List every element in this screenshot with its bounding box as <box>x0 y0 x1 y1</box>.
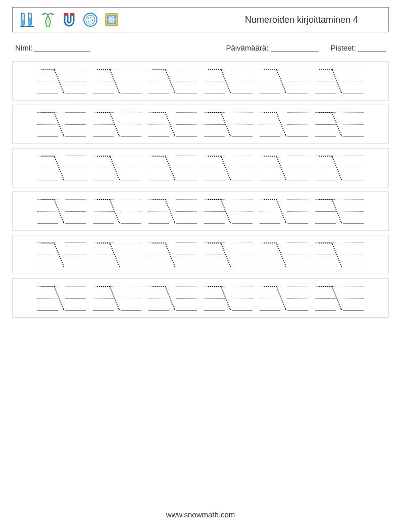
svg-rect-7 <box>64 13 68 16</box>
writing-cell[interactable] <box>314 67 337 95</box>
worksheet-title: Numeroiden kirjoittaminen 4 <box>245 15 383 25</box>
writing-cell[interactable] <box>120 240 142 269</box>
writing-cell[interactable] <box>342 284 365 312</box>
writing-cell[interactable] <box>64 240 87 269</box>
writing-cell[interactable] <box>92 67 115 95</box>
writing-cell[interactable] <box>64 284 87 312</box>
writing-cell[interactable] <box>147 240 170 269</box>
writing-cell[interactable] <box>231 67 254 95</box>
writing-cell[interactable] <box>342 197 365 225</box>
writing-cell[interactable] <box>203 67 226 95</box>
date-blank[interactable] <box>271 45 319 52</box>
writing-cell[interactable] <box>64 154 87 182</box>
writing-cell[interactable] <box>259 240 281 269</box>
practice-row <box>12 148 389 187</box>
writing-cell[interactable] <box>342 154 365 182</box>
trace-digit-7 <box>153 243 166 267</box>
writing-cell[interactable] <box>147 67 170 95</box>
writing-cell[interactable] <box>36 154 59 182</box>
writing-cell[interactable] <box>259 110 281 138</box>
trace-digit-7 <box>41 199 55 223</box>
writing-cell[interactable] <box>286 284 309 312</box>
writing-cell[interactable] <box>175 284 198 312</box>
writing-cell[interactable] <box>92 154 115 182</box>
writing-cell[interactable] <box>259 284 281 312</box>
writing-cell[interactable] <box>175 110 198 138</box>
writing-cell[interactable] <box>231 284 254 312</box>
writing-cell[interactable] <box>92 110 115 138</box>
writing-cell[interactable] <box>36 67 59 95</box>
writing-cell[interactable] <box>231 240 254 269</box>
trace-digit-7 <box>264 69 277 93</box>
writing-cell[interactable] <box>175 240 198 269</box>
writing-cell[interactable] <box>314 154 337 182</box>
trace-digit-7 <box>208 243 221 267</box>
writing-cell[interactable] <box>342 110 365 138</box>
writing-cell[interactable] <box>286 154 309 182</box>
trace-digit-7 <box>264 112 277 136</box>
writing-cell[interactable] <box>64 197 87 225</box>
trace-digit-7 <box>97 286 110 310</box>
practice-row <box>12 278 389 318</box>
score-blank[interactable] <box>358 45 386 52</box>
writing-cell[interactable] <box>147 197 170 225</box>
trace-digit-7 <box>153 112 166 136</box>
writing-cell[interactable] <box>120 110 142 138</box>
writing-cell[interactable] <box>259 67 281 95</box>
trace-digit-7 <box>97 199 110 223</box>
writing-cell[interactable] <box>203 240 226 269</box>
writing-cell[interactable] <box>342 240 365 269</box>
writing-cell[interactable] <box>92 240 115 269</box>
worksheet-header: Numeroiden kirjoittaminen 4 <box>12 7 389 32</box>
writing-cell[interactable] <box>286 197 309 225</box>
writing-cell[interactable] <box>314 240 337 269</box>
writing-cell[interactable] <box>259 197 281 225</box>
writing-cell[interactable] <box>286 110 309 138</box>
writing-cell[interactable] <box>120 284 142 312</box>
svg-point-5 <box>42 13 45 15</box>
trace-digit-7 <box>264 243 277 267</box>
writing-cell[interactable] <box>120 197 142 225</box>
writing-cell[interactable] <box>203 284 226 312</box>
writing-cell[interactable] <box>147 284 170 312</box>
writing-cell[interactable] <box>64 110 87 138</box>
trace-digit-7 <box>97 156 110 180</box>
writing-cell[interactable] <box>36 110 59 138</box>
name-label: Nimi: <box>15 43 32 52</box>
writing-cell[interactable] <box>120 154 142 182</box>
writing-cell[interactable] <box>203 110 226 138</box>
score-label: Pisteet: <box>331 43 356 52</box>
writing-cell[interactable] <box>92 284 115 312</box>
writing-cell[interactable] <box>147 110 170 138</box>
writing-cell[interactable] <box>203 197 226 225</box>
writing-cell[interactable] <box>147 154 170 182</box>
writing-cell[interactable] <box>36 197 59 225</box>
atom-book-icon <box>103 11 121 29</box>
trace-digit-7 <box>319 112 332 136</box>
writing-cell[interactable] <box>203 154 226 182</box>
writing-cell[interactable] <box>36 284 59 312</box>
writing-cell[interactable] <box>231 154 254 182</box>
writing-cell[interactable] <box>231 110 254 138</box>
writing-cell[interactable] <box>120 67 142 95</box>
writing-cell[interactable] <box>314 110 337 138</box>
writing-cell[interactable] <box>286 240 309 269</box>
writing-cell[interactable] <box>175 67 198 95</box>
writing-cell[interactable] <box>36 240 59 269</box>
svg-rect-8 <box>70 13 74 16</box>
writing-cell[interactable] <box>314 284 337 312</box>
writing-cell[interactable] <box>286 67 309 95</box>
writing-cell[interactable] <box>64 67 87 95</box>
name-blank[interactable] <box>34 45 90 52</box>
writing-cell[interactable] <box>342 67 365 95</box>
trace-digit-7 <box>264 199 277 223</box>
writing-cell[interactable] <box>231 197 254 225</box>
writing-cell[interactable] <box>175 197 198 225</box>
trace-digit-7 <box>41 69 55 93</box>
trace-digit-7 <box>41 156 55 180</box>
writing-cell[interactable] <box>175 154 198 182</box>
writing-cell[interactable] <box>259 154 281 182</box>
writing-cell[interactable] <box>92 197 115 225</box>
date-label: Päivämäärä: <box>226 43 268 52</box>
writing-cell[interactable] <box>314 197 337 225</box>
